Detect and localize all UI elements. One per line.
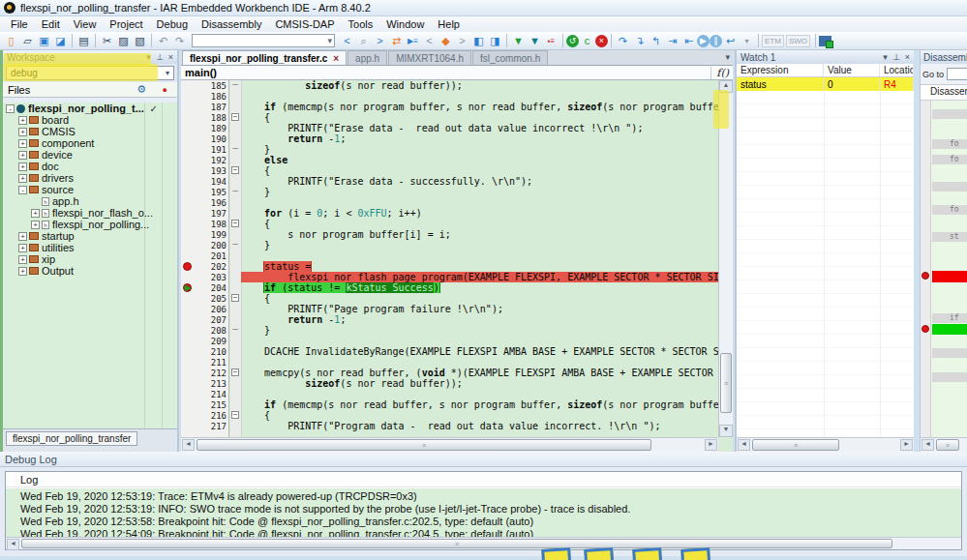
expand-icon[interactable]: + (18, 162, 27, 171)
scroll-right-icon[interactable]: ► (705, 439, 717, 451)
next-statement-icon[interactable]: ⇥ (664, 33, 680, 48)
editor-horizontal-scrollbar[interactable]: ◄ ≡ ► (181, 437, 718, 452)
breakpoint-margin[interactable] (181, 187, 195, 197)
breakpoint-margin[interactable] (181, 272, 195, 282)
menu-tools[interactable]: Tools (342, 17, 380, 31)
fold-collapse-icon[interactable]: − (229, 165, 241, 176)
breakpoint-margin[interactable] (181, 176, 195, 187)
breakpoint-margin[interactable] (181, 399, 195, 410)
code-line-217[interactable]: 217 PRINTF("Program data - read out data… (181, 421, 733, 431)
breakpoint-margin[interactable] (181, 155, 195, 165)
menu-debug[interactable]: Debug (150, 17, 195, 31)
disassembly-breakpoint-icon[interactable] (922, 325, 929, 333)
expand-icon[interactable]: + (18, 174, 27, 183)
configuration-select[interactable]: debug ▾ (6, 66, 174, 80)
function-list-icon[interactable]: f() (710, 67, 729, 79)
code-line-203[interactable]: 203 flexspi_nor_flash_page_program(EXAMP… (181, 272, 733, 282)
editor-tab-flexspi-nor-polling-transfer-c[interactable]: flexspi_nor_polling_transfer.c× (182, 50, 347, 65)
nav-back-icon[interactable]: < (339, 33, 355, 48)
run-to-line-icon[interactable]: ▶≡ (405, 33, 421, 48)
expand-icon[interactable]: + (18, 255, 27, 264)
code-line-186[interactable]: 186 (181, 91, 733, 102)
reset-icon[interactable]: ↺ (566, 35, 579, 47)
nav-forward-icon[interactable]: > (372, 33, 388, 48)
expand-icon[interactable]: + (18, 151, 27, 160)
menu-cmsis-dap[interactable]: CMSIS-DAP (268, 17, 341, 31)
column-location[interactable]: Location (880, 64, 914, 76)
expand-icon[interactable]: - (6, 104, 15, 113)
prev-bookmark-icon[interactable]: < (421, 33, 438, 48)
code-line-211[interactable]: 211 (181, 357, 733, 368)
configuration-dropdown-icon[interactable]: ▾ (166, 69, 169, 77)
scroll-down-icon[interactable]: ▼ (719, 425, 733, 437)
paste-icon[interactable]: ▧ (132, 33, 148, 48)
search-dropdown-icon[interactable]: ▾ (327, 36, 332, 45)
breakpoint-margin[interactable] (181, 304, 195, 314)
code-line-213[interactable]: 213 sizeof(s_nor_read_buffer)); (181, 378, 733, 389)
tree-item-board[interactable]: +board (3, 114, 177, 126)
prev-function-icon[interactable]: ◧ (470, 33, 487, 48)
breakpoint-margin[interactable] (181, 325, 195, 336)
code-line-192[interactable]: 192 else (181, 155, 733, 165)
go-icon[interactable]: ▶ (697, 35, 710, 47)
breakpoint-margin[interactable] (181, 165, 195, 176)
breakpoint-margin[interactable] (181, 91, 195, 102)
watch-horizontal-scrollbar[interactable]: ◄ ≡ ► (737, 437, 914, 452)
code-line-202[interactable]: 202 status = (181, 261, 733, 272)
breakpoint-margin[interactable] (181, 357, 195, 368)
editor-tab-fsl-common-h[interactable]: fsl_common.h (472, 50, 548, 65)
workspace-menu-icon[interactable]: ▾ (146, 52, 151, 62)
editor-tab-app-h[interactable]: app.h (348, 50, 387, 65)
etm-button[interactable]: ETM (762, 35, 784, 47)
editor-vertical-scrollbar[interactable]: ▲ ≡ ▼ (718, 80, 733, 437)
code-line-212[interactable]: 212− memcpy(s_nor_read_buffer, (void *)(… (181, 368, 733, 378)
code-line-209[interactable]: 209 (181, 336, 733, 346)
column-expression[interactable]: Expression (737, 64, 824, 76)
cut-icon[interactable]: ✂ (99, 33, 115, 48)
new-document-icon[interactable]: ▯ (3, 33, 19, 48)
breakpoint-margin[interactable] (181, 240, 195, 251)
breakpoint-margin[interactable] (181, 421, 195, 431)
code-area[interactable]: 185─ sizeof(s_nor_read_buffer));186187 i… (181, 80, 733, 437)
run-to-cursor-icon[interactable]: ⇤ (680, 33, 697, 48)
watch-close-icon[interactable]: × (905, 52, 910, 62)
current-position-icon[interactable]: ▶ (181, 282, 195, 293)
scroll-left-icon[interactable]: ◄ (182, 439, 195, 451)
expand-icon[interactable]: + (31, 209, 40, 218)
copy-icon[interactable]: ▨ (115, 33, 132, 48)
editor-hscroll-thumb[interactable]: ≡ (196, 439, 651, 451)
workspace-pin-icon[interactable]: ⊣ (155, 53, 165, 61)
goto-input[interactable] (947, 68, 967, 80)
fold-collapse-icon[interactable]: − (229, 219, 241, 229)
code-line-188[interactable]: 188− { (181, 112, 733, 123)
breakpoint-margin[interactable] (181, 410, 195, 421)
breakpoint-margin[interactable] (181, 336, 195, 346)
tree-item-drivers[interactable]: +drivers (3, 172, 177, 184)
debug-dropdown-icon[interactable]: ▾ (739, 33, 755, 48)
tab-close-icon[interactable]: × (333, 53, 339, 64)
menu-view[interactable]: View (67, 17, 104, 31)
download-icon[interactable]: ▼ (510, 33, 527, 48)
tree-item-device[interactable]: +device (3, 149, 177, 161)
undo-icon[interactable]: ↶ (155, 33, 171, 48)
step-into-icon[interactable]: ↴ (631, 33, 648, 48)
scroll-left-icon[interactable]: ◄ (738, 439, 750, 451)
log-horizontal-scrollbar[interactable]: ◄ ≡ (6, 537, 961, 549)
next-bookmark-icon[interactable]: > (454, 33, 470, 48)
menu-disassembly[interactable]: Disassembly (195, 17, 268, 31)
breakpoint-margin[interactable] (181, 123, 195, 133)
menu-edit[interactable]: Edit (35, 17, 67, 31)
menu-help[interactable]: Help (431, 17, 467, 31)
tree-item-cmsis[interactable]: +CMSIS (3, 126, 177, 137)
menu-project[interactable]: Project (103, 17, 149, 31)
search-input[interactable]: ▾ (192, 34, 335, 47)
breakpoint-margin[interactable] (181, 389, 195, 399)
code-line-193[interactable]: 193− { (181, 165, 733, 176)
flash-icon[interactable]: ▪≡ (543, 33, 559, 48)
workspace-close-icon[interactable]: × (168, 52, 173, 62)
tree-item-flexspi-nor-flash-o-[interactable]: +hflexspi_nor_flash_o... (3, 207, 177, 219)
breakpoint-margin[interactable] (181, 197, 195, 208)
stop-icon[interactable]: × (595, 35, 608, 47)
breakpoint-margin[interactable] (181, 133, 195, 144)
workspace-bottom-tab[interactable]: flexspi_nor_polling_transfer (6, 431, 137, 446)
